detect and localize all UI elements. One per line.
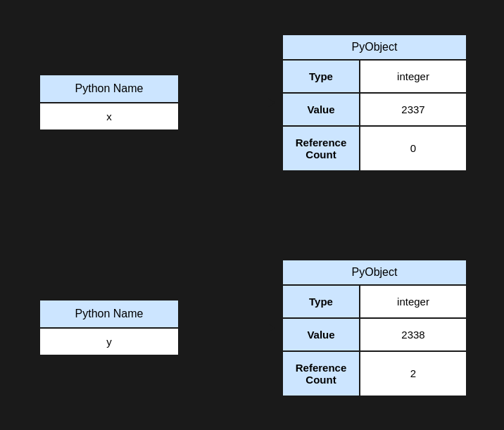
type-label-2: Type bbox=[283, 286, 360, 317]
arrow-1 bbox=[225, 102, 275, 103]
row-1: Python Name x PyObject Type integer Valu… bbox=[0, 4, 504, 201]
left-side-2: Python Name y bbox=[0, 229, 225, 426]
arrow-2 bbox=[225, 327, 275, 329]
type-value-2: integer bbox=[360, 286, 466, 317]
type-row-1: Type integer bbox=[283, 61, 466, 92]
value-value-1: 2337 bbox=[360, 94, 466, 125]
value-label-1: Value bbox=[283, 94, 360, 125]
refcount-value-1: 0 bbox=[360, 127, 466, 170]
type-value-1: integer bbox=[360, 61, 466, 92]
pyobject-group-2: PyObject Type integer Value 2338 Referen… bbox=[282, 259, 467, 397]
value-label-2: Value bbox=[283, 319, 360, 350]
separator bbox=[0, 201, 504, 229]
connector-2 bbox=[225, 229, 275, 426]
python-name-group-2: Python Name y bbox=[39, 299, 179, 356]
value-row-2: Value 2338 bbox=[283, 317, 466, 350]
refcount-label-2: Reference Count bbox=[283, 352, 360, 396]
python-name-header-2: Python Name bbox=[39, 299, 179, 329]
refcount-row-1: Reference Count 0 bbox=[283, 125, 466, 170]
value-row-1: Value 2337 bbox=[283, 92, 466, 125]
value-value-2: 2338 bbox=[360, 319, 466, 350]
pyobject-title-2: PyObject bbox=[283, 260, 466, 286]
left-side-1: Python Name x bbox=[0, 4, 225, 201]
type-label-1: Type bbox=[283, 61, 360, 92]
connector-1 bbox=[225, 4, 275, 201]
python-name-value-2: y bbox=[39, 329, 179, 356]
type-row-2: Type integer bbox=[283, 286, 466, 317]
python-name-group-1: Python Name x bbox=[39, 74, 179, 131]
pyobject-title-1: PyObject bbox=[283, 35, 466, 61]
right-side-1: PyObject Type integer Value 2337 Referen… bbox=[275, 4, 504, 201]
row-2: Python Name y PyObject Type integer Valu… bbox=[0, 229, 504, 426]
refcount-label-1: Reference Count bbox=[283, 127, 360, 170]
pyobject-group-1: PyObject Type integer Value 2337 Referen… bbox=[282, 34, 467, 172]
refcount-row-2: Reference Count 2 bbox=[283, 350, 466, 396]
python-name-value-1: x bbox=[39, 103, 179, 131]
refcount-value-2: 2 bbox=[360, 352, 466, 396]
python-name-header-1: Python Name bbox=[39, 74, 179, 103]
diagram-area: Python Name x PyObject Type integer Valu… bbox=[0, 0, 504, 430]
right-side-2: PyObject Type integer Value 2338 Referen… bbox=[275, 229, 504, 426]
